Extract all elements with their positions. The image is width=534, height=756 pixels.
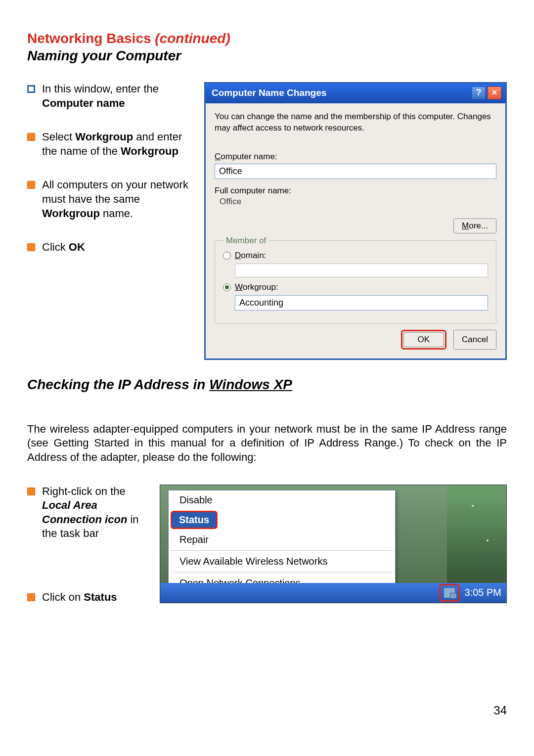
menu-item-disable[interactable]: Disable xyxy=(169,490,395,510)
bullet-icon xyxy=(27,488,35,495)
desktop-wallpaper xyxy=(447,485,506,584)
workgroup-radio-row[interactable]: Workgroup: xyxy=(223,282,488,292)
domain-radio-row[interactable]: Domain: xyxy=(223,251,488,261)
dialog-title: Computer Name Changes xyxy=(212,88,326,98)
network-context-menu: Disable Status Repair View Available Wir… xyxy=(168,490,396,593)
computer-name-changes-dialog: Computer Name Changes ? × You can change… xyxy=(204,82,507,360)
bullet-icon xyxy=(27,181,35,189)
domain-input xyxy=(235,264,488,277)
domain-radio-label: Domain: xyxy=(235,251,266,261)
full-computer-name-label: Full computer name: xyxy=(215,186,496,196)
radio-icon[interactable] xyxy=(223,252,231,260)
fieldset-legend: Member of xyxy=(223,236,269,246)
dialog-description: You can change the name and the membersh… xyxy=(215,111,496,134)
ok-highlight: OK xyxy=(401,330,447,350)
more-button[interactable]: More... xyxy=(453,219,496,233)
radio-icon[interactable] xyxy=(223,283,231,291)
workgroup-input[interactable] xyxy=(235,295,488,311)
section-continued: (continued) xyxy=(155,31,230,46)
bullet-icon xyxy=(27,593,35,601)
menu-separator xyxy=(171,572,393,573)
menu-item-repair[interactable]: Repair xyxy=(169,530,395,549)
close-icon[interactable]: × xyxy=(488,87,501,99)
bullet-icon xyxy=(27,85,35,93)
cancel-button[interactable]: Cancel xyxy=(453,330,496,350)
section-header: Networking Basics (continued) xyxy=(27,30,507,47)
page-number: 34 xyxy=(27,704,507,717)
tray-icon-highlight xyxy=(439,584,460,602)
page-subtitle: Naming your Computer xyxy=(27,47,507,64)
menu-item-view-networks[interactable]: View Available Wireless Networks xyxy=(169,552,395,571)
bullet-icon xyxy=(27,133,35,141)
workgroup-radio-label: Workgroup: xyxy=(235,282,278,292)
ok-button[interactable]: OK xyxy=(403,332,445,347)
taskbar-screenshot: Disable Status Repair View Available Wir… xyxy=(160,485,507,603)
list-item: Select Workgroup and enter the name of t… xyxy=(27,130,190,158)
taskbar-clock: 3:05 PM xyxy=(465,587,501,598)
list-item: All computers on your network must have … xyxy=(27,178,190,221)
menu-separator xyxy=(171,550,393,551)
dialog-titlebar[interactable]: Computer Name Changes ? × xyxy=(206,84,505,103)
bullet-icon xyxy=(27,243,35,251)
instruction-list-2: Right-click on the Local Area Connection… xyxy=(27,485,146,654)
list-item: Click on Status xyxy=(27,590,146,605)
computer-name-label: Computer name: xyxy=(215,152,496,162)
list-item: Click OK xyxy=(27,240,190,255)
section-title: Networking Basics xyxy=(27,31,151,46)
instruction-list-1: In this window, enter the Computer name … xyxy=(27,82,190,360)
taskbar[interactable]: 3:05 PM xyxy=(160,583,506,603)
member-of-fieldset: Member of Domain: Workgroup: xyxy=(215,240,496,324)
list-item: Right-click on the Local Area Connection… xyxy=(27,485,146,541)
computer-name-input[interactable] xyxy=(215,164,496,179)
full-computer-name-value: Office xyxy=(215,197,496,207)
menu-item-status[interactable]: Status xyxy=(171,511,218,529)
list-item: In this window, enter the Computer name xyxy=(27,82,190,110)
network-tray-icon[interactable] xyxy=(444,587,455,598)
help-icon[interactable]: ? xyxy=(472,87,486,99)
section2-body: The wireless adapter-equipped computers … xyxy=(27,422,507,465)
section2-title: Checking the IP Address in Windows XP xyxy=(27,377,507,393)
